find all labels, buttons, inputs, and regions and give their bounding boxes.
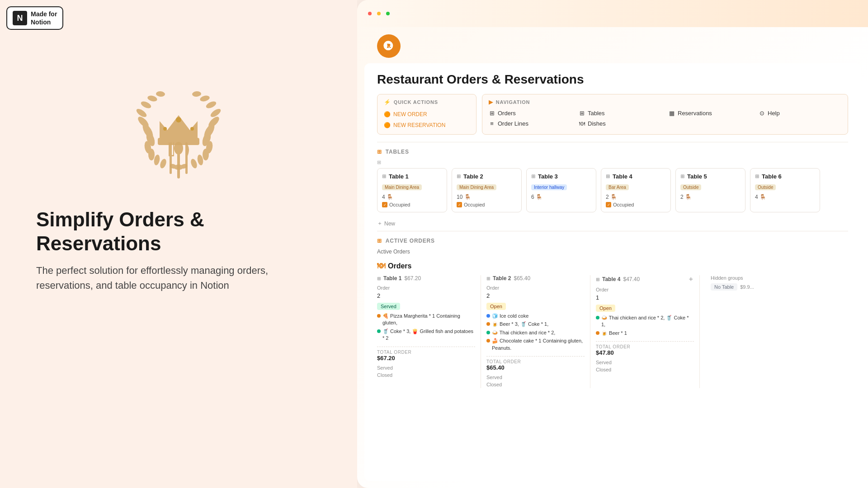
- table-4-occupied: ✓ Occupied: [606, 202, 666, 207]
- plus-icon: ＋: [377, 220, 382, 227]
- table-card-6[interactable]: ⊞ Table 6 Outside 4 🪑: [750, 168, 820, 212]
- nav-order-lines[interactable]: ≡ Order Lines: [489, 120, 571, 127]
- order-icon: 🟠: [384, 111, 391, 117]
- table-grid-icon-6: ⊞: [755, 174, 759, 179]
- table-grid-icon-2: ⊞: [457, 174, 461, 179]
- nav-orders[interactable]: ⊞ Orders: [489, 110, 571, 117]
- order-item-4-1: 🍺 Beer * 1: [596, 330, 694, 337]
- svg-point-8: [148, 149, 155, 160]
- new-reservation-button[interactable]: 🟠 NEW RESERVATION: [384, 121, 470, 130]
- nav-grid: ⊞ Orders ⊞ Tables ▦ Reservations ⊙ Help: [489, 110, 841, 127]
- total-label-1: TOTAL ORDER: [377, 347, 475, 355]
- order-item-2-2: 🍛 Thai chicken and rice * 2,: [486, 329, 585, 336]
- navigation-box: ▶ NAVIGATION ⊞ Orders ⊞ Tables ▦ Reserva…: [482, 94, 848, 135]
- active-orders-header: ⊞ ACTIVE ORDERS: [377, 231, 848, 249]
- table-2-seats: 10 🪑: [457, 194, 517, 200]
- order-item-1-1: 🥤 Coke * 3, 🍟 Grilled fish and potatoes …: [377, 328, 475, 342]
- total-label-2: TOTAL ORDER: [486, 356, 585, 364]
- status-served-4: Served: [596, 359, 694, 366]
- top-bar: [357, 0, 868, 27]
- status-closed-1: Closed: [377, 371, 475, 379]
- nav-tables[interactable]: ⊞ Tables: [579, 110, 661, 117]
- lightning-icon: ⚡: [384, 99, 391, 105]
- table-5-seats: 2 🪑: [680, 194, 741, 200]
- notion-badge: N Made for Notion: [6, 6, 63, 30]
- table-3-header: ⊞ Table 3: [531, 173, 591, 180]
- nav-dishes[interactable]: 🍽 Dishes: [579, 120, 661, 127]
- table-3-seats: 6 🪑: [531, 194, 591, 200]
- order-col-2-header: ⊞ Table 2 $65.40: [486, 275, 585, 282]
- tables-icon: ⊞: [579, 110, 585, 117]
- table-2-occupied: ✓ Occupied: [457, 202, 517, 207]
- table-grid-icon: ⊞: [382, 174, 386, 179]
- table-grid-icon-4: ⊞: [606, 174, 610, 179]
- svg-point-3: [140, 100, 152, 109]
- table-card-1[interactable]: ⊞ Table 1 Main Dining Area 4 🪑 ✓ Occupie…: [377, 168, 447, 212]
- svg-point-35: [174, 142, 183, 155]
- table-card-2[interactable]: ⊞ Table 2 Main Dining Area 10 🪑 ✓ Occupi…: [452, 168, 522, 212]
- svg-point-16: [192, 91, 202, 97]
- nav-reservations[interactable]: ▦ Reservations: [669, 110, 751, 117]
- total-1: $67.20: [377, 355, 475, 361]
- table-2-area: Main Dining Area: [457, 184, 496, 190]
- orders-section-icon: ⊞: [377, 238, 382, 244]
- hero-illustration: [120, 72, 237, 190]
- col-grid-icon-1: ⊞: [377, 276, 381, 281]
- table-4-header: ⊞ Table 4: [606, 173, 666, 180]
- app-logo: [377, 34, 401, 58]
- total-label-4: TOTAL ORDER: [596, 341, 694, 349]
- nav-help[interactable]: ⊙ Help: [759, 110, 841, 117]
- navigation-header: ▶ NAVIGATION: [489, 99, 841, 105]
- active-orders-label: Active Orders: [377, 249, 848, 255]
- item-dot-3: [486, 314, 490, 318]
- status-served-2: Served: [486, 374, 585, 381]
- order-field-4: Order: [596, 287, 694, 292]
- svg-rect-30: [169, 142, 170, 156]
- order-num-4: 1: [596, 294, 694, 301]
- svg-point-13: [209, 108, 222, 119]
- occupied-checkbox-2: ✓: [457, 202, 462, 207]
- hero-subtitle: The perfect solution for effortlessly ma…: [36, 263, 321, 293]
- svg-point-27: [163, 127, 167, 131]
- svg-point-28: [190, 127, 194, 131]
- dishes-icon: 🍽: [579, 121, 585, 127]
- order-col-4-header: ⊞ Table 4 $47.40 ＋: [596, 275, 694, 283]
- item-dot-6: [486, 339, 490, 343]
- orders-title: 🍽 Orders: [377, 258, 848, 275]
- svg-rect-32: [173, 142, 174, 156]
- svg-rect-31: [171, 142, 172, 156]
- table-card-5[interactable]: ⊞ Table 5 Outside 2 🪑: [675, 168, 745, 212]
- no-table-row: No Table $9.9...: [711, 283, 773, 291]
- add-order-button[interactable]: ＋: [688, 275, 694, 283]
- order-field-1: Order: [377, 285, 475, 291]
- table-4-area: Bar Area: [606, 184, 629, 190]
- table-6-seats: 4 🪑: [755, 194, 815, 200]
- table-grid-icon-3: ⊞: [531, 174, 535, 179]
- tables-grid: ⊞ Table 1 Main Dining Area 4 🪑 ✓ Occupie…: [377, 168, 848, 216]
- add-table-button[interactable]: ＋ New: [377, 216, 848, 231]
- order-lines-icon: ≡: [489, 121, 495, 127]
- table-card-3[interactable]: ⊞ Table 3 Interior hallway 6 🪑: [526, 168, 596, 212]
- order-col-table2: ⊞ Table 2 $65.40 Order 2 Open 🧊 Ice cold…: [486, 275, 590, 388]
- total-2: $65.40: [486, 364, 585, 371]
- item-dot-5: [486, 331, 490, 334]
- svg-rect-34: [177, 151, 180, 178]
- order-col-table4: ⊞ Table 4 $47.40 ＋ Order 1 Open 🍛 Thai c…: [596, 275, 700, 388]
- svg-point-14: [205, 100, 217, 109]
- svg-rect-33: [169, 155, 174, 156]
- order-field-2: Order: [486, 285, 585, 291]
- no-table-price: $9.9...: [740, 284, 754, 290]
- svg-point-10: [159, 158, 168, 169]
- nav-icon: ▶: [489, 99, 493, 105]
- item-dot-7: [596, 316, 599, 319]
- order-item-1-0: 🍕 Pizza Margherita * 1 Containing gluten…: [377, 313, 475, 327]
- svg-point-4: [147, 94, 158, 102]
- orders-icon: ⊞: [489, 110, 495, 117]
- status-badge-4: Open: [596, 305, 615, 312]
- table-card-4[interactable]: ⊞ Table 4 Bar Area 2 🪑 ✓ Occupied: [601, 168, 671, 212]
- status-served-1: Served: [377, 364, 475, 371]
- status-closed-2: Closed: [486, 381, 585, 388]
- hidden-groups-label: Hidden groups: [711, 275, 773, 281]
- order-item-4-0: 🍛 Thai chicken and rice * 2, 🥤 Coke * 1,: [596, 314, 694, 328]
- new-order-button[interactable]: 🟠 NEW ORDER: [384, 110, 470, 119]
